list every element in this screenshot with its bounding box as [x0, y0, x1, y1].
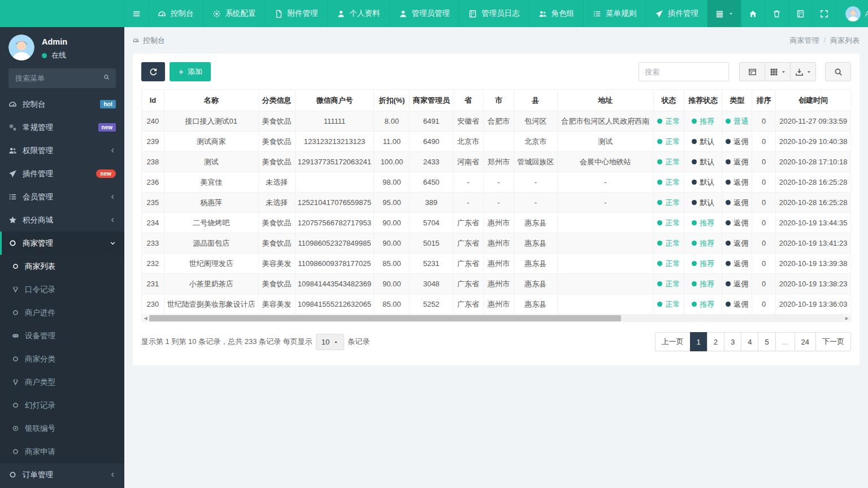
column-header[interactable]: 名称: [164, 90, 258, 111]
book-button[interactable]: [788, 0, 812, 27]
status-dot-icon: [692, 139, 697, 144]
topnav-item[interactable]: 插件管理: [645, 0, 708, 27]
status-dot-icon: [657, 139, 662, 144]
page-button[interactable]: 3: [724, 332, 741, 351]
refresh-button[interactable]: [141, 62, 165, 81]
chevron-left-icon: [110, 472, 116, 478]
table-search-input[interactable]: [639, 62, 729, 81]
sidebar-subitem[interactable]: 商家申请: [0, 440, 124, 463]
table-row[interactable]: 235杨惠萍未选择12521041707655987595.00389----正…: [142, 193, 851, 213]
next-page-button[interactable]: 下一页: [815, 332, 851, 351]
status-dot-icon: [726, 220, 731, 225]
column-header[interactable]: 排序: [752, 90, 776, 111]
column-header[interactable]: 折扣(%): [374, 90, 410, 111]
topnav-item[interactable]: 菜单规则: [583, 0, 645, 27]
column-header[interactable]: Id: [142, 90, 164, 111]
fullscreen-button[interactable]: [812, 0, 836, 27]
topbar: 控制台系统配置附件管理个人资料管理员管理管理员日志角色组菜单规则插件管理 Adm…: [0, 0, 868, 27]
user-menu[interactable]: Admin: [836, 0, 868, 27]
page-button[interactable]: 4: [741, 332, 758, 351]
column-header[interactable]: 商家管理员: [410, 90, 453, 111]
sidebar-item[interactable]: 商家管理: [0, 232, 124, 255]
scroll-left-arrow[interactable]: ◀: [142, 315, 149, 322]
table-row[interactable]: 233源品面包店美食饮品11098605232784998590.005015广…: [142, 233, 851, 254]
column-header[interactable]: 状态: [653, 90, 684, 111]
page-button[interactable]: 5: [758, 332, 775, 351]
table-row[interactable]: 232世纪阁理发店美容美发11098600937817702585.005231…: [142, 254, 851, 274]
sidebar-item[interactable]: 订单管理: [0, 463, 124, 486]
columns-button[interactable]: [765, 62, 791, 81]
topnav-item[interactable]: 控制台: [148, 0, 203, 27]
scrollbar-track[interactable]: [149, 315, 843, 322]
status-dot-icon: [692, 119, 697, 124]
circle-icon: [12, 448, 19, 455]
menu-search-input[interactable]: [8, 68, 116, 88]
table-row[interactable]: 239测试商家美食饮品12312321321312311.006490北京市北京…: [142, 132, 851, 152]
topnav-item[interactable]: 角色组: [529, 0, 584, 27]
toggle-view-button[interactable]: [739, 62, 765, 81]
column-header[interactable]: 市: [483, 90, 514, 111]
logo-area: [0, 0, 124, 27]
scrollbar-thumb[interactable]: [149, 315, 621, 321]
sidebar-subitem[interactable]: 商户进件: [0, 301, 124, 324]
breadcrumb-current: 商家列表: [830, 36, 860, 46]
sidebar-subitem[interactable]: 口令记录: [0, 278, 124, 301]
topnav-item[interactable]: 个人资料: [327, 0, 389, 27]
users-icon: [8, 146, 17, 155]
nav-menu-dropdown[interactable]: [708, 0, 741, 27]
home-button[interactable]: [741, 0, 765, 27]
content-panel: 添加 Id名称分类信息微信商户号折扣(%)商家管理员省市县地址状态推荐状态类型排…: [133, 54, 860, 365]
sidebar-subitem[interactable]: 设备管理: [0, 324, 124, 347]
v-icon: [12, 378, 19, 386]
table-row[interactable]: 240接口接入测试01美食饮品1111118.006491安徽省合肥市包河区合肥…: [142, 111, 851, 132]
scroll-right-arrow[interactable]: ▶: [843, 315, 850, 322]
topnav-item[interactable]: 附件管理: [265, 0, 327, 27]
sidebar-item[interactable]: 会员管理: [0, 185, 124, 208]
status-dot-icon: [726, 159, 731, 164]
topnav-item[interactable]: 管理员管理: [389, 0, 459, 27]
table-row[interactable]: 231小茶里奶茶店美食饮品10984144354348236990.003048…: [142, 274, 851, 294]
table-row[interactable]: 238测试美食饮品129137735172063241100.002433河南省…: [142, 152, 851, 172]
page-button[interactable]: 24: [795, 332, 816, 351]
column-header[interactable]: 类型: [722, 90, 752, 111]
column-header[interactable]: 创建时间: [776, 90, 851, 111]
column-header[interactable]: 微信商户号: [295, 90, 374, 111]
page-button[interactable]: 2: [707, 332, 724, 351]
breadcrumb-home[interactable]: 控制台: [133, 36, 165, 46]
sidebar-item[interactable]: 常规管理new: [0, 116, 124, 139]
prev-page-button[interactable]: 上一页: [655, 332, 691, 351]
column-header[interactable]: 县: [514, 90, 557, 111]
topnav-item[interactable]: 管理员日志: [459, 0, 529, 27]
user-label: Admin: [865, 10, 868, 18]
sidebar-toggle-button[interactable]: [124, 0, 148, 27]
sidebar-item[interactable]: 控制台hot: [0, 93, 124, 116]
sidebar-item[interactable]: 权限管理: [0, 139, 124, 162]
page-button[interactable]: ...: [775, 332, 795, 351]
sidebar-subitem[interactable]: 商户类型: [0, 371, 124, 394]
sidebar-subitem[interactable]: 幻灯记录: [0, 394, 124, 417]
column-header[interactable]: 分类信息: [258, 90, 295, 111]
column-header[interactable]: 地址: [557, 90, 653, 111]
status-dot-icon: [726, 139, 731, 144]
page-button[interactable]: 1: [690, 332, 708, 351]
sidebar-subitem[interactable]: 商家列表: [0, 255, 124, 278]
sidebar-item[interactable]: 积分商城: [0, 208, 124, 232]
topnav-item[interactable]: 系统配置: [203, 0, 265, 27]
table-row[interactable]: 230世纪陆壹捌美妆形象设计店美容美发10984155521263206585.…: [142, 294, 851, 315]
sidebar-item[interactable]: 插件管理new: [0, 162, 124, 185]
status-dot-icon: [657, 200, 662, 205]
trash-button[interactable]: [765, 0, 788, 27]
table-row[interactable]: 236美宜佳未选择98.006450----正常默认返佣02020-10-28 …: [142, 172, 851, 193]
sidebar-subitem[interactable]: 银联编号: [0, 417, 124, 440]
column-header[interactable]: 推荐状态: [684, 90, 722, 111]
page-size-dropdown[interactable]: 10: [316, 334, 344, 350]
status-dot-icon: [657, 220, 662, 225]
add-button[interactable]: 添加: [170, 62, 211, 81]
table-row[interactable]: 234二号烧烤吧美食饮品12075756678271795390.005704广…: [142, 213, 851, 233]
table-toolbar: 添加: [141, 62, 851, 81]
export-button[interactable]: [790, 62, 816, 81]
search-icon: [834, 68, 843, 76]
column-header[interactable]: 省: [453, 90, 484, 111]
sidebar-subitem[interactable]: 商家分类: [0, 347, 124, 371]
search-toggle-button[interactable]: [825, 62, 851, 81]
